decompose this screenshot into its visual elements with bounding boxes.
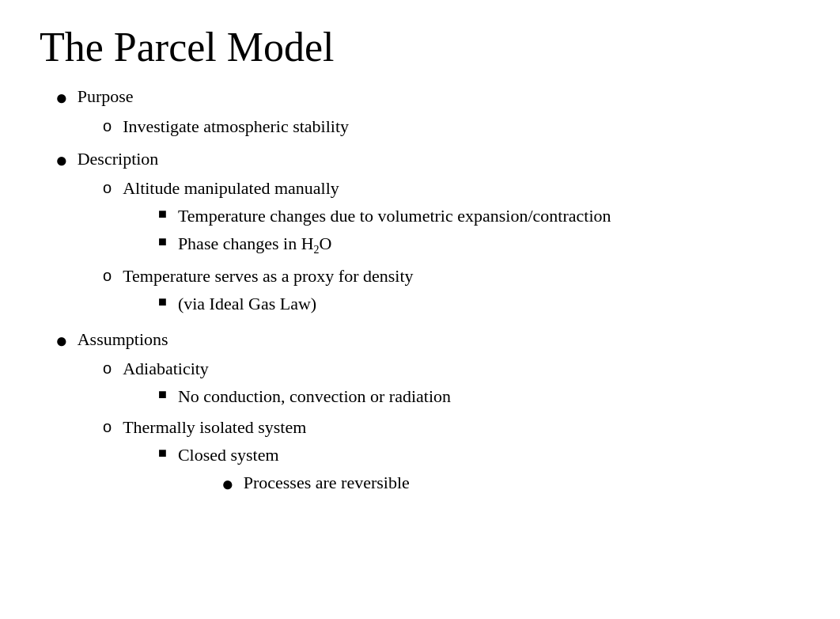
level2-description: o Altitude manipulated manually ■ Temper… — [103, 177, 800, 322]
bullet-sq-icon-4: ■ — [158, 385, 167, 404]
bullet-o-icon-4: o — [103, 357, 112, 379]
list-item-thermally-isolated: o Thermally isolated system ■ Closed sys… — [103, 416, 800, 503]
list-item-purpose: ● Purpose o Investigate atmospheric stab… — [55, 85, 800, 142]
item-altitude-label: Altitude manipulated manually — [123, 177, 339, 201]
list-item-temp-proxy: o Temperature serves as a proxy for dens… — [103, 264, 800, 320]
level3-adiabaticity: ■ No conduction, convection or radiation — [158, 385, 800, 412]
item-no-conduction-label: No conduction, convection or radiation — [178, 385, 451, 409]
bullet-sq-icon: ■ — [158, 204, 167, 224]
list-item-adiabaticity: o Adiabaticity ■ No conduction, convecti… — [103, 357, 800, 412]
bullet-o-icon: o — [103, 115, 112, 137]
bullet-dot-icon: ● — [55, 85, 68, 112]
item-adiabaticity-label: Adiabaticity — [123, 357, 209, 382]
level2-purpose: o Investigate atmospheric stability — [103, 115, 800, 142]
item-reversible-label: Processes are reversible — [244, 471, 410, 496]
level3-altitude: ■ Temperature changes due to volumetric … — [158, 204, 800, 261]
list-item-no-conduction: ■ No conduction, convection or radiation — [158, 385, 800, 409]
item-closed-system-label: Closed system — [178, 443, 279, 468]
item-temp-changes-label: Temperature changes due to volumetric ex… — [178, 204, 611, 229]
list-item-temperature-changes: ■ Temperature changes due to volumetric … — [158, 204, 800, 229]
list-item-ideal-gas: ■ (via Ideal Gas Law) — [158, 292, 800, 317]
main-list: ● Purpose o Investigate atmospheric stab… — [55, 85, 800, 507]
page-title: The Parcel Model — [40, 24, 800, 70]
item-description-label: Description — [78, 147, 159, 172]
bullet-o-icon-2: o — [103, 177, 112, 199]
list-item-reversible: ● Processes are reversible — [221, 471, 800, 498]
item-purpose-label: Purpose — [78, 85, 134, 109]
list-item-altitude: o Altitude manipulated manually ■ Temper… — [103, 177, 800, 261]
level3-thermally-isolated: ■ Closed system ● Processes are reversib… — [158, 443, 800, 504]
bullet-dot-icon-4: ● — [221, 471, 234, 498]
list-item-description: ● Description o Altitude manipulated man… — [55, 147, 800, 323]
bullet-o-icon-3: o — [103, 264, 112, 287]
bullet-dot-icon-3: ● — [55, 328, 68, 355]
list-item-investigate: o Investigate atmospheric stability — [103, 115, 800, 139]
item-investigate-label: Investigate atmospheric stability — [123, 115, 349, 139]
bullet-o-icon-5: o — [103, 416, 112, 438]
bullet-dot-icon-2: ● — [55, 147, 68, 174]
list-item-closed-system: ■ Closed system ● Processes are reversib… — [158, 443, 800, 501]
level2-assumptions: o Adiabaticity ■ No conduction, convecti… — [103, 357, 800, 507]
list-item-assumptions: ● Assumptions o Adiabaticity ■ No conduc… — [55, 328, 800, 507]
item-ideal-gas-label: (via Ideal Gas Law) — [178, 292, 316, 317]
item-thermally-isolated-label: Thermally isolated system — [123, 416, 306, 440]
item-temp-proxy-label: Temperature serves as a proxy for densit… — [123, 264, 413, 289]
item-assumptions-label: Assumptions — [78, 328, 168, 352]
bullet-sq-icon-2: ■ — [158, 232, 167, 252]
level3-temp-proxy: ■ (via Ideal Gas Law) — [158, 292, 800, 320]
list-item-phase-changes: ■ Phase changes in H2O — [158, 232, 800, 258]
item-phase-label: Phase changes in H2O — [178, 232, 332, 258]
bullet-sq-icon-3: ■ — [158, 292, 167, 312]
level4-closed-system: ● Processes are reversible — [221, 471, 800, 501]
bullet-sq-icon-5: ■ — [158, 443, 167, 463]
